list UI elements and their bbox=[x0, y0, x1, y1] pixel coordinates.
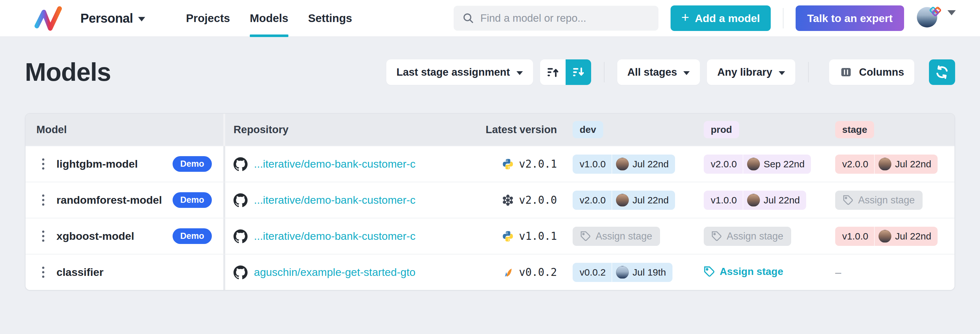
assign-stage-disabled: Assign stage bbox=[835, 191, 923, 210]
stage-stage-chip[interactable]: v1.0.0 Jul 22nd bbox=[835, 227, 937, 246]
repository-link[interactable]: ...iterative/demo-bank-customer-c bbox=[254, 230, 415, 242]
stage-version: v1.0.0 bbox=[704, 195, 743, 206]
avatar bbox=[747, 194, 760, 206]
repository-link[interactable]: aguschin/example-get-started-gto bbox=[254, 266, 416, 278]
dev-stage-chip[interactable]: v0.0.2 Jul 19th bbox=[573, 263, 673, 282]
demo-badge: Demo bbox=[173, 192, 212, 208]
repository-link[interactable]: ...iterative/demo-bank-customer-c bbox=[254, 158, 415, 170]
latest-version: v0.0.2 bbox=[519, 266, 557, 278]
github-icon bbox=[234, 229, 248, 243]
column-header-model: Model bbox=[25, 123, 223, 136]
assign-stage-label: Assign stage bbox=[727, 230, 783, 242]
user-menu-caret[interactable] bbox=[947, 15, 956, 21]
demo-badge: Demo bbox=[173, 228, 212, 244]
sort-by-label: Last stage assignment bbox=[396, 66, 510, 78]
model-name[interactable]: classifier bbox=[56, 266, 103, 278]
stage-stage-chip[interactable]: v2.0.0 Jul 22nd bbox=[835, 155, 937, 174]
stage-version: v0.0.2 bbox=[573, 267, 611, 278]
stage-version: v2.0.0 bbox=[573, 195, 611, 206]
dev-stage-chip[interactable]: v2.0.0 Jul 22nd bbox=[573, 191, 675, 210]
prod-stage-chip[interactable]: v2.0.0 Sep 22nd bbox=[704, 155, 811, 174]
sort-direction-toggle bbox=[540, 59, 591, 85]
library-filter-dropdown[interactable]: Any library bbox=[707, 59, 795, 85]
studio-logo-icon[interactable] bbox=[33, 5, 64, 31]
talk-to-expert-button[interactable]: Talk to an expert bbox=[795, 5, 904, 31]
stage-date: Jul 22nd bbox=[895, 231, 931, 242]
table-row[interactable]: lightgbm-model Demo ...iterative/demo-ba… bbox=[25, 145, 955, 182]
workspace-label: Personal bbox=[80, 11, 133, 26]
stages-filter-dropdown[interactable]: All stages bbox=[617, 59, 700, 85]
library-filter-label: Any library bbox=[717, 66, 772, 78]
model-name[interactable]: xgboost-model bbox=[56, 230, 134, 242]
toolbar: Last stage assignment bbox=[386, 59, 955, 85]
model-name[interactable]: lightgbm-model bbox=[56, 158, 138, 170]
dvc-links-badge-icon bbox=[928, 5, 942, 20]
plus-icon: + bbox=[681, 10, 689, 25]
sort-by-dropdown[interactable]: Last stage assignment bbox=[386, 59, 533, 85]
row-menu-button[interactable] bbox=[40, 191, 47, 209]
add-model-button[interactable]: + Add a model bbox=[671, 5, 771, 31]
avatar bbox=[878, 230, 891, 243]
row-menu-button[interactable] bbox=[40, 155, 47, 173]
toolbar-divider bbox=[808, 62, 809, 82]
avatar bbox=[747, 158, 760, 171]
toolbar-divider bbox=[604, 62, 605, 82]
row-menu-button[interactable] bbox=[40, 264, 47, 281]
stage-version: v1.0.0 bbox=[573, 159, 611, 169]
column-header-stage: stage bbox=[835, 121, 874, 138]
user-menu[interactable] bbox=[917, 7, 939, 29]
dev-stage-chip[interactable]: v1.0.0 Jul 22nd bbox=[573, 155, 675, 174]
tab-models[interactable]: Models bbox=[250, 0, 288, 37]
latest-version: v2.0.0 bbox=[519, 194, 557, 206]
tab-projects[interactable]: Projects bbox=[186, 0, 230, 37]
stage-date: Jul 22nd bbox=[633, 159, 669, 169]
stage-date: Sep 22nd bbox=[764, 159, 805, 169]
avatar bbox=[878, 158, 891, 171]
prod-stage-chip[interactable]: v1.0.0 Jul 22nd bbox=[704, 191, 806, 210]
assign-stage-button[interactable]: Assign stage bbox=[704, 266, 783, 278]
model-name[interactable]: randomforest-model bbox=[56, 194, 162, 206]
stages-filter-label: All stages bbox=[627, 66, 677, 78]
models-table: Model Repository Latest version dev prod… bbox=[25, 113, 955, 291]
table-row[interactable]: randomforest-model Demo ...iterative/dem… bbox=[25, 182, 955, 218]
refresh-icon bbox=[935, 65, 950, 80]
chevron-down-icon bbox=[517, 71, 523, 75]
sort-descending-icon bbox=[571, 65, 585, 79]
refresh-button[interactable] bbox=[929, 59, 955, 85]
columns-label: Columns bbox=[859, 66, 904, 78]
chevron-down-icon bbox=[779, 71, 785, 75]
column-header-prod: prod bbox=[704, 121, 739, 138]
github-icon bbox=[234, 265, 248, 280]
search-input[interactable] bbox=[480, 12, 650, 24]
assign-stage-label: Assign stage bbox=[720, 266, 783, 278]
columns-button[interactable]: Columns bbox=[829, 59, 914, 85]
nav-tabs: Projects Models Settings bbox=[186, 0, 352, 37]
stage-version: v2.0.0 bbox=[835, 159, 874, 169]
python-icon bbox=[502, 158, 514, 170]
assign-stage-label: Assign stage bbox=[596, 230, 652, 242]
latest-version: v2.0.1 bbox=[519, 158, 557, 170]
repository-link[interactable]: ...iterative/demo-bank-customer-c bbox=[254, 194, 415, 206]
tab-settings[interactable]: Settings bbox=[308, 0, 352, 37]
avatar bbox=[616, 266, 629, 279]
stage-version: v2.0.0 bbox=[704, 159, 743, 169]
chevron-down-icon bbox=[138, 17, 145, 21]
table-row[interactable]: classifier aguschin/example-get-started-… bbox=[25, 254, 955, 290]
assign-stage-disabled: Assign stage bbox=[704, 227, 791, 246]
column-header-repository: Repository bbox=[225, 123, 473, 136]
global-search[interactable] bbox=[453, 6, 659, 30]
row-menu-button[interactable] bbox=[40, 227, 47, 245]
graph-network-icon bbox=[502, 194, 514, 206]
chevron-down-icon bbox=[947, 10, 956, 21]
table-row[interactable]: xgboost-model Demo ...iterative/demo-ban… bbox=[25, 218, 955, 254]
demo-badge: Demo bbox=[173, 156, 212, 172]
sort-ascending-icon bbox=[546, 65, 560, 79]
sort-ascending-button[interactable] bbox=[540, 59, 566, 85]
sort-descending-button[interactable] bbox=[566, 59, 591, 85]
workspace-dropdown[interactable]: Personal bbox=[80, 11, 145, 26]
assign-stage-label: Assign stage bbox=[858, 195, 915, 206]
page-header: Models Last stage assignment bbox=[25, 58, 955, 87]
python-icon bbox=[502, 230, 514, 242]
empty-stage-value: – bbox=[835, 266, 841, 278]
stage-date: Jul 22nd bbox=[764, 195, 800, 206]
